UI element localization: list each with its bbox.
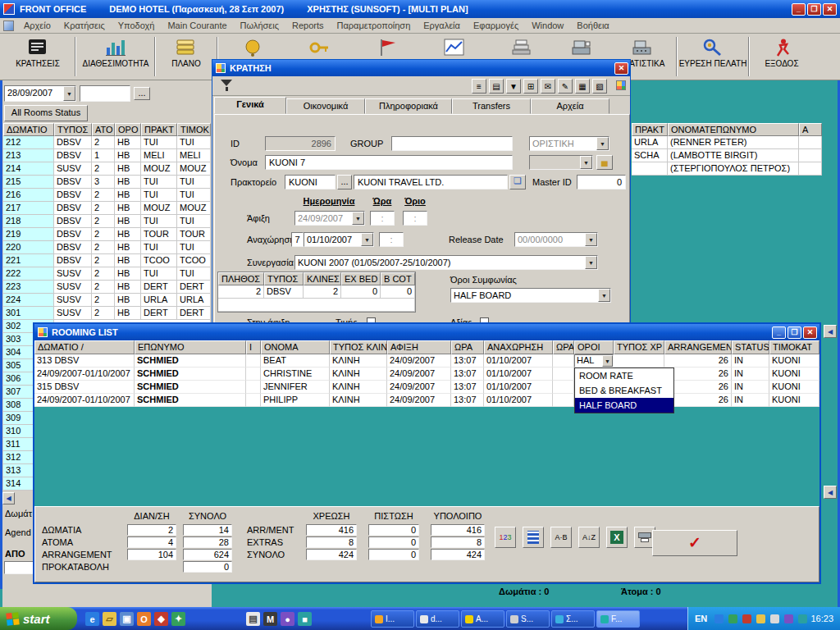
nights-field[interactable]: 7 [291,232,304,247]
table-row[interactable]: 221 DBSV 2 HB TCOO TCOO [3,254,211,267]
minimize-button[interactable]: _ [792,3,806,16]
table-row[interactable]: 2 DBSV 2 0 0 [218,285,415,299]
quicklaunch-app-icon[interactable]: ● [281,612,294,626]
menu-item[interactable]: Κρατήσεις [57,19,112,32]
chevron-down-icon[interactable]: ▼ [580,156,592,169]
terms-cell-combobox[interactable]: HAL ▼ [574,354,614,368]
browse-button[interactable]: ... [134,87,150,100]
column-header[interactable]: ΠΛΗΘΟΣ [218,272,264,285]
cooperation-combobox[interactable]: KUONI 2007 (01/05/2007-25/10/2007)▼ [294,255,598,270]
list-icon[interactable]: ≡ [472,79,486,94]
table-row[interactable]: (ΣΤΕΡΓΙΟΠΟΥΛΟΣ ΠΕΤΡΟΣ) [632,162,822,176]
taskbar-task-button[interactable]: Σ... [551,610,595,628]
table-row[interactable]: 222 SUSV 2 HB TUI TUI [3,267,211,281]
column-header[interactable]: ΕΠΩΝΥΜΟ [135,340,246,354]
dialog-close-button[interactable]: ✕ [614,62,628,75]
toolbar-button-plan[interactable]: ΠΛΑΝΟ [158,36,215,78]
table-row[interactable]: 301 SUSV 2 HB DERT DERT [3,307,211,320]
plan-grid-icon[interactable] [616,80,626,90]
rows-icon[interactable]: ▤ [489,79,504,94]
confirm-button[interactable]: ✓ [652,530,737,556]
mail-icon[interactable]: ✉ [541,79,555,94]
toolbar-button-availability[interactable]: ΔΙΑΘΕΣΙΜΟΤΗΤΑ [79,36,153,78]
column-header[interactable]: ΩΡΑ [553,340,574,354]
start-button[interactable]: start [0,607,77,630]
name-field[interactable]: KUONI 7 [265,155,513,170]
table-row[interactable]: 219 DBSV 2 HB TOUR TOUR [3,228,211,241]
tray-network-icon[interactable] [714,614,724,623]
menu-item[interactable]: Βοήθεια [570,19,615,32]
column-header[interactable]: ΑΝΑΧΩΡΗΣΗ [484,340,553,354]
quicklaunch-desktop-icon[interactable]: ▣ [120,612,134,626]
table-row[interactable]: 215 DBSV 3 HB TUI TUI [3,176,211,189]
column-header[interactable]: I [246,340,261,354]
minimize-button[interactable]: _ [772,326,786,339]
table-row[interactable]: 24/09/2007-01/10/2007 SCHMIED PHILIPP ΚΛ… [34,394,819,407]
tab-financial[interactable]: Οικονομικά [286,98,365,114]
chevron-down-icon[interactable]: ▼ [63,86,75,101]
column-header[interactable]: ΑΦΙΞΗ [387,340,451,354]
column-header[interactable]: ΩΡΑ [451,340,484,354]
grid-icon[interactable]: ▦ [575,79,590,94]
menu-item[interactable]: Υποδοχή [112,19,162,32]
quicklaunch-folder-icon[interactable]: ▱ [103,612,116,626]
tab-transfers[interactable]: Transfers [452,98,531,114]
table-row[interactable]: 24/09/2007-01/10/2007 SCHMIED CHRISTINE … [34,368,819,381]
departure-time-field[interactable]: : [379,232,404,247]
disabled-combobox[interactable]: ▼ [529,155,593,170]
folder-button[interactable]: ▄ [596,155,613,170]
covered-input-fragment[interactable] [4,561,34,574]
tray-app-icon[interactable] [798,614,807,623]
chevron-down-icon[interactable]: ▼ [602,355,613,367]
menu-item[interactable]: Πωλήσεις [234,19,285,32]
quicklaunch-app-icon[interactable]: ◆ [154,612,168,626]
calculator-icon[interactable] [523,527,544,548]
column-header[interactable]: ARRANGEMENT [664,340,732,354]
chevron-down-icon[interactable]: ▼ [585,233,597,246]
table-row[interactable]: 224 SUSV 2 HB URLA URLA [3,294,211,307]
column-header[interactable]: ΔΩΜΑΤΙΟ / [34,340,135,354]
chevron-down-icon[interactable]: ▼ [361,233,373,246]
toolbar-button-find-guest[interactable]: ΕΥΡΕΣΗ ΠΕΛΑΤΗ [679,36,746,78]
table-row[interactable]: 217 DBSV 2 HB MOUZ MOUZ [3,202,211,215]
column-header[interactable]: ΤΙΜΟΚΑΤ [769,340,819,354]
taskbar-task-button[interactable]: A... [461,610,504,628]
dropdown-option[interactable]: ROOM RATE [575,368,673,383]
tray-update-icon[interactable] [756,614,765,623]
column-header[interactable]: ΔΩΜΑΤΙΟ [3,123,54,136]
taskbar-task-button[interactable]: d... [416,610,459,628]
quicklaunch-ie-icon[interactable]: e [85,612,99,626]
menu-item[interactable]: Window [525,19,570,32]
table-row[interactable]: URLA (RENNER PETER) [632,136,822,149]
table-row[interactable]: 212 DBSV 2 HB TUI TUI [3,136,211,149]
column-header[interactable]: ΠΡΑΚΤ [141,123,177,136]
lookup-button[interactable]: ❏ [509,175,526,189]
master-id-field[interactable]: 0 [577,175,626,189]
taskbar-task-button[interactable]: F... [596,610,640,628]
arrival-time-field[interactable]: : [370,211,395,226]
column-header[interactable]: EX BED [341,272,381,285]
column-header[interactable]: ΠΡΑΚΤ [632,123,668,136]
column-header[interactable]: ΟΡΟ [115,123,141,136]
column-header[interactable]: ΤΥΠΟΣ [54,123,92,136]
taskbar-task-button[interactable]: I... [371,610,414,628]
date-combobox[interactable]: 28/09/2007 ▼ [4,85,76,102]
pane-collapse-arrow[interactable]: ◀ [824,486,837,499]
limit-time-field[interactable]: : [403,211,427,226]
column-header[interactable]: STATUS [732,340,769,354]
column-header[interactable]: ΑΤΟ [92,123,115,136]
dropdown-option[interactable]: BED & BREAKFAST [575,383,673,398]
agency-name-field[interactable]: KUONI TRAVEL LTD. [354,175,508,189]
table-row[interactable]: 216 DBSV 2 HB TUI TUI [3,189,211,202]
terms-combobox[interactable]: HALF BOARD▼ [450,288,611,303]
table-row[interactable]: 213 DBSV 1 HB MELI MELI [3,149,211,162]
tab-informational[interactable]: Πληροφοριακά [365,98,452,114]
menu-item[interactable]: Εργαλεία [417,19,467,32]
add-icon[interactable]: ⊞ [523,79,538,94]
column-header[interactable]: ΚΛΙΝΕΣ [304,272,341,285]
menu-item[interactable]: Εφαρμογές [467,19,525,32]
arrival-date-combobox[interactable]: 24/09/2007▼ [294,211,365,226]
maximize-button[interactable]: ❐ [788,326,801,339]
taskbar-task-button[interactable]: S... [506,610,550,628]
status-combobox[interactable]: ΟΡΙΣΤΙΚΗ▼ [529,136,609,151]
